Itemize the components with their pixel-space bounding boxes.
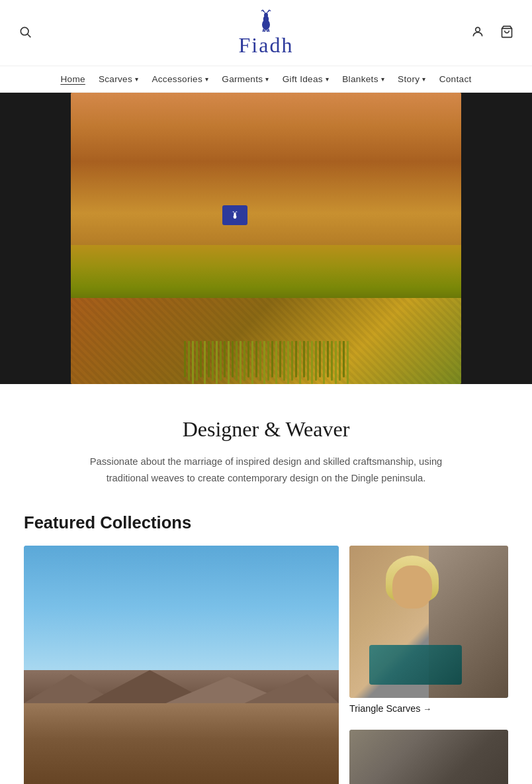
brand-deer-icon — [230, 211, 240, 220]
tagline-section: Designer & Weaver Passionate about the m… — [61, 384, 471, 507]
svg-line-1 — [28, 34, 31, 38]
chevron-down-icon: ▾ — [265, 75, 269, 83]
triangle-scarves-image[interactable] — [349, 546, 508, 698]
nav-item-accessories[interactable]: Accessories ▾ — [146, 72, 214, 87]
nav-item-story[interactable]: Story ▾ — [392, 72, 431, 87]
logo-text: Fiadh — [239, 33, 294, 58]
chevron-down-icon: ▾ — [135, 75, 138, 83]
svg-point-4 — [264, 13, 268, 17]
nav-item-gift-ideas[interactable]: Gift Ideas ▾ — [277, 72, 335, 87]
header-actions — [476, 23, 516, 43]
svg-point-15 — [476, 27, 480, 32]
triangle-scarves-card: Triangle Scarves → — [349, 546, 508, 719]
cart-icon — [500, 25, 513, 38]
tagline-title: Designer & Weaver — [77, 417, 455, 442]
nav-item-home[interactable]: Home — [55, 72, 90, 87]
svg-line-11 — [263, 29, 263, 32]
brand-tag — [222, 205, 247, 225]
featured-section: Featured Collections — [0, 507, 532, 784]
featured-grid: Triangle Scarves → — [24, 546, 508, 784]
user-icon — [471, 25, 484, 38]
chevron-down-icon: ▾ — [381, 75, 384, 83]
svg-line-13 — [267, 29, 267, 32]
nav-item-blankets[interactable]: Blankets ▾ — [337, 72, 390, 87]
hero-section — [0, 93, 532, 384]
featured-right-column: Triangle Scarves → — [349, 546, 508, 784]
featured-left-card[interactable] — [24, 546, 339, 784]
header-left — [16, 23, 56, 43]
logo[interactable]: Fiadh — [239, 8, 294, 58]
svg-line-20 — [232, 211, 233, 212]
svg-line-19 — [233, 211, 234, 213]
search-icon — [19, 25, 32, 38]
cart-button[interactable] — [498, 23, 516, 43]
chevron-down-icon: ▾ — [205, 75, 208, 83]
nav-item-garments[interactable]: Garments ▾ — [216, 72, 274, 87]
search-button[interactable] — [16, 23, 34, 43]
hero-image — [71, 93, 461, 384]
svg-marker-26 — [244, 674, 339, 703]
site-header: Fiadh — [0, 0, 532, 66]
nav-item-scarves[interactable]: Scarves ▾ — [93, 72, 144, 87]
svg-line-14 — [269, 29, 269, 32]
svg-line-22 — [236, 211, 237, 212]
svg-point-18 — [234, 213, 236, 216]
main-nav: Home Scarves ▾ Accessories ▾ Garments ▾ … — [0, 66, 532, 93]
chevron-down-icon: ▾ — [326, 75, 329, 83]
nav-item-contact[interactable]: Contact — [434, 72, 477, 87]
svg-point-0 — [21, 27, 28, 35]
featured-bottom-card[interactable] — [349, 730, 508, 784]
svg-line-21 — [235, 211, 236, 213]
fringe — [71, 341, 461, 384]
mountains-svg — [24, 670, 339, 703]
svg-line-12 — [265, 29, 265, 32]
deer-icon — [254, 8, 278, 32]
triangle-scarves-label[interactable]: Triangle Scarves → — [349, 698, 508, 719]
tagline-subtitle: Passionate about the marriage of inspire… — [77, 454, 455, 487]
chevron-down-icon: ▾ — [422, 75, 425, 83]
arrow-icon: → — [423, 704, 431, 714]
featured-title: Featured Collections — [24, 513, 508, 532]
logo-area[interactable]: Fiadh — [56, 8, 476, 58]
login-button[interactable] — [468, 23, 487, 43]
